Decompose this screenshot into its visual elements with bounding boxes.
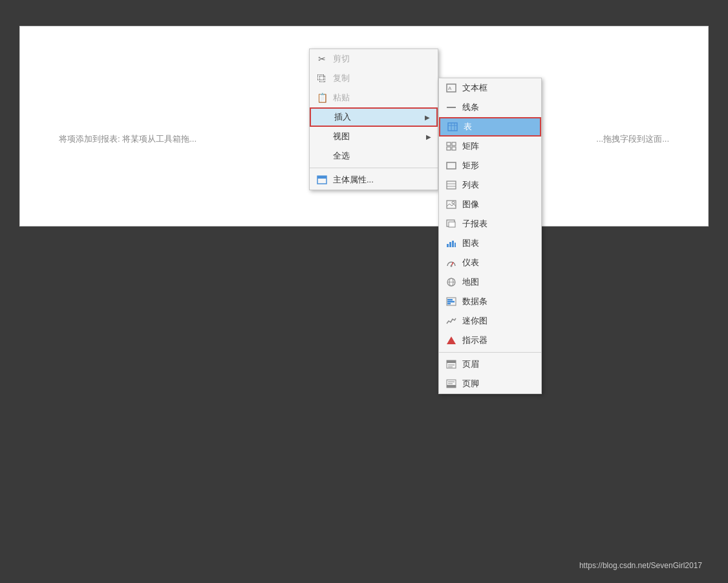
submenu-item-gauge-label: 仪表 xyxy=(462,257,479,269)
subreport-icon xyxy=(445,218,457,230)
map-icon xyxy=(445,276,457,288)
submenu-item-rectangle[interactable]: 矩形 xyxy=(439,156,541,175)
submenu-item-table-label: 表 xyxy=(464,121,472,133)
svg-rect-1 xyxy=(317,176,327,179)
insert-submenu: A 文本框 线条 表 xyxy=(438,78,542,394)
submenu-item-chart[interactable]: 图表 xyxy=(439,234,541,253)
report-hint-left: 将项添加到报表: 将某项从工具箱拖... xyxy=(59,133,197,145)
menu-item-selectall-label: 全选 xyxy=(333,150,350,162)
view-arrow-icon: ▶ xyxy=(426,133,431,140)
submenu-item-header-label: 页眉 xyxy=(462,358,479,370)
submenu-separator-1 xyxy=(439,352,541,353)
properties-icon xyxy=(316,174,328,186)
table-icon xyxy=(447,121,458,133)
databar-icon xyxy=(445,296,457,307)
menu-item-properties[interactable]: 主体属性... xyxy=(310,170,438,190)
view-icon xyxy=(316,131,328,142)
context-menu: ✂ 剪切 ⿻ 复制 📋 粘贴 插入 ▶ 视图 ▶ 全选 主体属性... xyxy=(309,49,438,190)
svg-rect-9 xyxy=(447,142,451,146)
svg-rect-23 xyxy=(452,241,454,247)
svg-marker-34 xyxy=(447,336,456,344)
image-icon xyxy=(445,199,457,210)
line-icon xyxy=(445,102,457,113)
report-hint-right: ...拖拽字段到这面... xyxy=(596,133,669,145)
menu-item-copy[interactable]: ⿻ 复制 xyxy=(310,69,438,88)
svg-rect-24 xyxy=(455,243,456,247)
svg-rect-10 xyxy=(452,142,456,146)
svg-rect-5 xyxy=(448,123,457,131)
submenu-item-subreport[interactable]: 子报表 xyxy=(439,214,541,234)
submenu-item-footer-label: 页脚 xyxy=(462,378,479,390)
submenu-item-databar[interactable]: 数据条 xyxy=(439,292,541,311)
svg-rect-21 xyxy=(447,244,449,247)
submenu-item-textbox[interactable]: A 文本框 xyxy=(439,78,541,98)
chart-icon xyxy=(445,237,457,249)
menu-separator-1 xyxy=(310,168,438,168)
menu-item-insert-label: 插入 xyxy=(334,111,351,123)
submenu-item-gauge[interactable]: 仪表 xyxy=(439,253,541,272)
matrix-icon xyxy=(445,140,457,152)
menu-item-view-label: 视图 xyxy=(333,131,350,142)
submenu-item-databar-label: 数据条 xyxy=(462,296,487,307)
svg-point-26 xyxy=(451,265,453,267)
menu-item-copy-label: 复制 xyxy=(333,72,350,84)
menu-item-paste[interactable]: 📋 粘贴 xyxy=(310,88,438,107)
textbox-icon: A xyxy=(445,82,457,94)
menu-item-cut-label: 剪切 xyxy=(333,53,350,65)
scissors-icon: ✂ xyxy=(316,53,328,65)
menu-item-properties-label: 主体属性... xyxy=(333,174,374,186)
submenu-item-sparkline-label: 迷你图 xyxy=(462,315,487,327)
svg-point-18 xyxy=(452,201,455,204)
menu-item-cut[interactable]: ✂ 剪切 xyxy=(310,49,438,69)
svg-rect-32 xyxy=(447,301,455,303)
svg-rect-36 xyxy=(447,360,456,363)
menu-item-view[interactable]: 视图 ▶ xyxy=(310,127,438,146)
svg-rect-31 xyxy=(447,299,453,301)
submenu-item-image-label: 图像 xyxy=(462,199,479,210)
submenu-item-map[interactable]: 地图 xyxy=(439,272,541,292)
header-icon xyxy=(445,358,457,370)
svg-rect-11 xyxy=(447,147,451,150)
copy-icon: ⿻ xyxy=(316,72,328,84)
footer-icon xyxy=(445,378,457,390)
submenu-item-chart-label: 图表 xyxy=(462,237,479,249)
submenu-item-list-label: 列表 xyxy=(462,179,479,191)
submenu-item-image[interactable]: 图像 xyxy=(439,195,541,214)
svg-rect-12 xyxy=(452,147,456,150)
svg-rect-13 xyxy=(447,162,456,169)
submenu-item-line-label: 线条 xyxy=(462,102,479,113)
submenu-item-list[interactable]: 列表 xyxy=(439,175,541,195)
submenu-item-sparkline[interactable]: 迷你图 xyxy=(439,311,541,331)
submenu-item-footer[interactable]: 页脚 xyxy=(439,374,541,393)
menu-item-paste-label: 粘贴 xyxy=(333,92,350,104)
submenu-item-line[interactable]: 线条 xyxy=(439,98,541,117)
submenu-item-matrix[interactable]: 矩阵 xyxy=(439,137,541,156)
submenu-item-matrix-label: 矩阵 xyxy=(462,140,479,152)
svg-rect-20 xyxy=(449,222,455,227)
submenu-item-textbox-label: 文本框 xyxy=(462,82,487,94)
submenu-item-rectangle-label: 矩形 xyxy=(462,160,479,171)
svg-rect-40 xyxy=(447,385,456,388)
svg-rect-22 xyxy=(449,242,451,247)
paste-icon: 📋 xyxy=(316,92,328,104)
menu-item-insert[interactable]: 插入 ▶ xyxy=(310,107,438,127)
list-icon xyxy=(445,179,457,191)
insert-arrow-icon: ▶ xyxy=(425,114,430,121)
submenu-item-subreport-label: 子报表 xyxy=(462,218,487,230)
svg-rect-14 xyxy=(447,181,456,189)
menu-item-selectall[interactable]: 全选 xyxy=(310,146,438,166)
indicator-icon xyxy=(445,335,457,346)
selectall-icon xyxy=(316,150,328,162)
submenu-item-indicator-label: 指示器 xyxy=(462,335,487,346)
submenu-item-map-label: 地图 xyxy=(462,276,479,288)
submenu-item-indicator[interactable]: 指示器 xyxy=(439,331,541,350)
rectangle-icon xyxy=(445,160,457,171)
gauge-icon xyxy=(445,257,457,269)
sparkline-icon xyxy=(445,315,457,327)
footer-url: https://blog.csdn.net/SevenGirl2017 xyxy=(579,561,702,570)
svg-text:A: A xyxy=(448,85,452,91)
insert-icon xyxy=(317,111,329,123)
submenu-item-table[interactable]: 表 xyxy=(439,117,541,137)
submenu-item-header[interactable]: 页眉 xyxy=(439,355,541,374)
svg-rect-33 xyxy=(447,303,451,305)
